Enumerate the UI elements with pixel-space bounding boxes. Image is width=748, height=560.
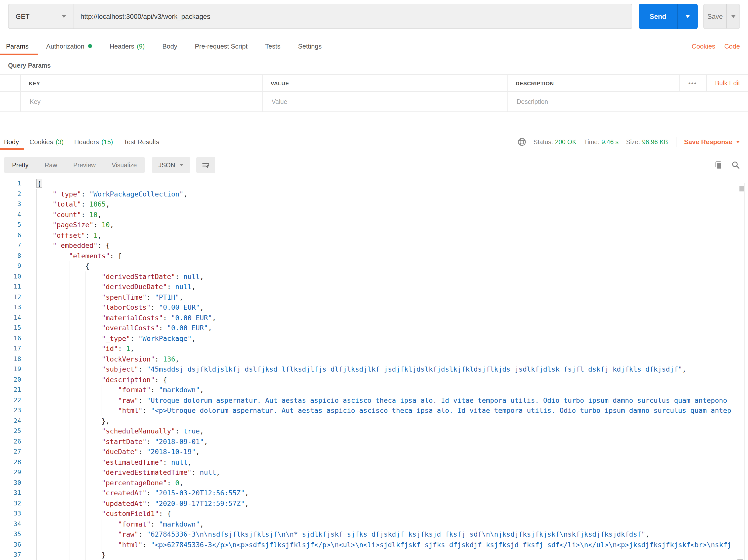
- code-content: },: [26, 416, 748, 426]
- save-options-button[interactable]: [726, 4, 740, 28]
- code-content: "dueDate": "2018-10-19",: [26, 446, 748, 457]
- search-icon[interactable]: [731, 161, 740, 169]
- json-key: "createdAt": [101, 489, 147, 497]
- view-tab-raw[interactable]: Raw: [37, 157, 65, 173]
- response-tab-body[interactable]: Body: [4, 134, 19, 150]
- value-input[interactable]: [271, 98, 485, 106]
- tab-pre-request-script[interactable]: Pre-request Script: [195, 37, 248, 55]
- key-input[interactable]: [29, 98, 241, 106]
- json-token: :: [138, 396, 147, 404]
- code-line: 3"total": 1865,: [0, 199, 748, 209]
- json-token: : {: [159, 509, 171, 517]
- divider: [677, 137, 677, 147]
- method-dropdown[interactable]: GET: [8, 4, 73, 29]
- indent-guide: [69, 271, 85, 281]
- active-tab-underline: [0, 53, 38, 55]
- tab-body[interactable]: Body: [162, 37, 177, 55]
- line-number: 19: [0, 364, 26, 374]
- save-label[interactable]: Save: [704, 4, 726, 28]
- json-token: :: [167, 282, 175, 290]
- json-token: :: [159, 324, 167, 332]
- code-line: 15"overallCosts": "0.00 EUR",: [0, 323, 748, 333]
- indent-guide: [52, 467, 69, 477]
- tab-settings[interactable]: Settings: [298, 37, 322, 55]
- send-button[interactable]: Send: [639, 4, 698, 29]
- response-tab-headers[interactable]: Headers(15): [74, 134, 113, 150]
- json-token: "Utroque dolorum aspernatur. Aut aestas …: [147, 396, 727, 404]
- line-number: 2: [0, 189, 26, 199]
- tab-authorization[interactable]: Authorization: [46, 37, 92, 55]
- description-input[interactable]: [516, 98, 727, 106]
- response-tab-test-results[interactable]: Test Results: [124, 134, 160, 150]
- indent-guide: [85, 488, 101, 498]
- indent-guide: [36, 189, 52, 199]
- code-content: "derivedStartDate": null,: [26, 271, 748, 281]
- code-link[interactable]: Code: [724, 42, 740, 50]
- response-tab-cookies[interactable]: Cookies(3): [29, 134, 64, 150]
- wrap-text-button[interactable]: [196, 157, 215, 173]
- indent-guide: [85, 508, 101, 519]
- line-number: 29: [0, 467, 26, 477]
- tab-headers[interactable]: Headers(9): [110, 37, 145, 55]
- indent-guide: [85, 312, 101, 323]
- copy-icon[interactable]: [714, 161, 723, 169]
- json-key: "derivedStartDate": [101, 272, 175, 280]
- code-content: "updatedAt": "2020-09-17T12:59:57Z",: [26, 498, 748, 508]
- json-token: >\n<p>sdfsjflksjfklsjf<: [224, 540, 319, 549]
- chevron-down-icon: [686, 15, 689, 18]
- send-label[interactable]: Send: [639, 4, 677, 29]
- code-line: 27"dueDate": "2018-10-19",: [0, 446, 748, 457]
- tab-label: Cookies: [29, 138, 53, 146]
- bulk-edit-link[interactable]: Bulk Edit: [706, 79, 748, 87]
- url-input[interactable]: [73, 4, 632, 29]
- line-number: 7: [0, 240, 26, 251]
- indent-guide: [36, 539, 52, 550]
- code-content: "spentTime": "PT1H",: [26, 292, 748, 302]
- indent-guide: [36, 333, 52, 343]
- view-tab-pretty[interactable]: Pretty: [4, 157, 37, 173]
- json-token: "2018-09-01": [155, 437, 204, 445]
- indent-guide: [52, 508, 69, 519]
- tab-tests[interactable]: Tests: [265, 37, 280, 55]
- save-button[interactable]: Save: [703, 4, 740, 29]
- view-tab-preview[interactable]: Preview: [65, 157, 103, 173]
- tab-params[interactable]: Params: [6, 37, 29, 55]
- query-params-table: KEY VALUE DESCRIPTION ••• Bulk Edit: [0, 74, 748, 112]
- tab-label: Body: [162, 42, 177, 50]
- indent-guide: [69, 312, 85, 323]
- json-token: >\n<p>jksdjfksjfkjskf<br>\nskfj: [605, 540, 731, 549]
- save-response-button[interactable]: Save Response: [684, 138, 740, 146]
- indent-guide: [69, 333, 85, 343]
- line-number: 12: [0, 292, 26, 302]
- more-options-icon[interactable]: •••: [679, 79, 706, 87]
- code-line: 4"count": 10,: [0, 209, 748, 219]
- code-line: 6"offset": 1,: [0, 230, 748, 240]
- indent-guide: [52, 323, 69, 333]
- indent-guide: [69, 508, 85, 519]
- value-header-label: VALUE: [271, 80, 289, 86]
- language-dropdown[interactable]: JSON: [152, 157, 190, 173]
- auth-configured-dot-icon: [88, 44, 92, 48]
- json-key: "percentageDone": [101, 479, 167, 487]
- cookies-link[interactable]: Cookies: [692, 42, 715, 50]
- code-content: "derivedDueDate": null,: [26, 281, 748, 292]
- indent-guide: [69, 436, 85, 446]
- json-token: "2018-10-19": [147, 447, 196, 456]
- indent-guide: [101, 529, 118, 539]
- indent-guide: [85, 550, 101, 560]
- json-token: :: [175, 272, 184, 280]
- scrollbar-thumb[interactable]: [740, 186, 744, 191]
- code-content: "_type": "WorkPackage",: [26, 333, 748, 343]
- code-line: 2"_type": "WorkPackageCollection",: [0, 189, 748, 199]
- indent-guide: [52, 354, 69, 364]
- indent-guide: [101, 519, 118, 529]
- method-label: GET: [16, 13, 30, 20]
- send-options-button[interactable]: [677, 4, 698, 29]
- indent-guide: [36, 519, 52, 529]
- json-token: ,: [682, 365, 686, 373]
- code-content: }: [26, 550, 748, 560]
- view-tab-visualize[interactable]: Visualize: [103, 157, 145, 173]
- code-content: "subject": "45msddsj dsjfkldjslkfj dslfj…: [26, 364, 748, 374]
- json-key: "elements": [69, 252, 110, 260]
- code-line: 36"html": "<p>627845336-3</p>\n<p>sdfsjf…: [0, 539, 748, 550]
